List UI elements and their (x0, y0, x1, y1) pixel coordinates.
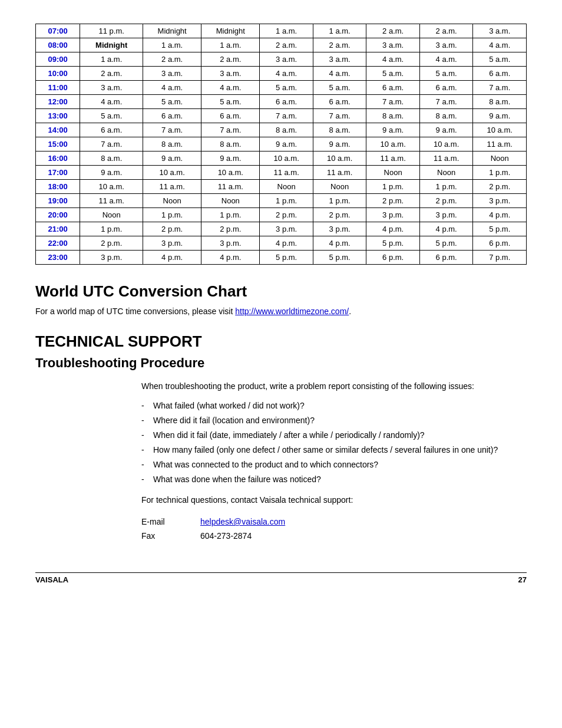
data-cell: Midnight (80, 38, 143, 52)
data-cell: Midnight (201, 24, 260, 38)
page-footer: VAISALA 27 (35, 572, 527, 584)
utc-desc-post: . (349, 307, 351, 316)
data-cell: 5 a.m. (473, 52, 527, 67)
data-cell: 11 a.m. (313, 166, 366, 180)
data-cell: 10 a.m. (143, 166, 201, 180)
data-cell: 3 p.m. (143, 236, 201, 251)
data-cell: 3 p.m. (419, 208, 473, 222)
data-cell: 1 p.m. (366, 180, 420, 194)
data-cell: 2 p.m. (201, 222, 260, 236)
data-cell: Noon (260, 180, 313, 194)
data-cell: 3 a.m. (473, 24, 527, 38)
data-cell: 9 a.m. (419, 123, 473, 137)
email-link[interactable]: helpdesk@vaisala.com (200, 517, 285, 526)
data-cell: 3 a.m. (201, 67, 260, 81)
data-cell: 10 a.m. (366, 137, 420, 151)
data-cell: 11 p.m. (80, 24, 143, 38)
data-cell: 3 a.m. (313, 52, 366, 67)
utc-link[interactable]: http://www.worldtimezone.com/ (235, 307, 349, 316)
utc-conversion-table: 07:0011 p.m.MidnightMidnight1 a.m.1 a.m.… (35, 24, 527, 265)
trouble-bullets: What failed (what worked / did not work)… (141, 400, 515, 486)
data-cell: 3 p.m. (80, 251, 143, 265)
utc-time-cell: 19:00 (36, 194, 80, 208)
data-cell: 7 a.m. (313, 109, 366, 123)
data-cell: 1 p.m. (143, 208, 201, 222)
data-cell: 6 a.m. (313, 95, 366, 109)
data-cell: 1 a.m. (260, 24, 313, 38)
data-cell: Noon (473, 151, 527, 166)
data-cell: 9 a.m. (313, 137, 366, 151)
data-cell: 1 a.m. (201, 38, 260, 52)
data-cell: 6 a.m. (419, 81, 473, 95)
data-cell: 5 a.m. (80, 109, 143, 123)
utc-time-cell: 17:00 (36, 166, 80, 180)
data-cell: 4 p.m. (366, 222, 420, 236)
data-cell: 1 a.m. (313, 24, 366, 38)
fax-label: Fax (141, 529, 200, 543)
data-cell: 3 p.m. (313, 222, 366, 236)
data-cell: 5 p.m. (313, 251, 366, 265)
data-cell: 11 a.m. (419, 151, 473, 166)
data-cell: 5 p.m. (473, 222, 527, 236)
data-cell: 5 p.m. (366, 236, 420, 251)
data-cell: 9 a.m. (260, 137, 313, 151)
data-cell: 9 a.m. (80, 166, 143, 180)
bullet-item: What failed (what worked / did not work)… (141, 400, 515, 412)
data-cell: 3 p.m. (201, 236, 260, 251)
data-cell: 10 a.m. (313, 151, 366, 166)
utc-time-cell: 08:00 (36, 38, 80, 52)
data-cell: 2 a.m. (419, 24, 473, 38)
utc-time-cell: 11:00 (36, 81, 80, 95)
data-cell: Noon (366, 166, 420, 180)
data-cell: 11 a.m. (473, 137, 527, 151)
data-cell: 5 a.m. (419, 67, 473, 81)
email-value: helpdesk@vaisala.com (200, 515, 295, 529)
data-cell: 8 a.m. (80, 151, 143, 166)
data-cell: 6 a.m. (473, 67, 527, 81)
tech-support-title: TECHNICAL SUPPORT (35, 332, 527, 351)
utc-time-cell: 22:00 (36, 236, 80, 251)
data-cell: 4 a.m. (419, 52, 473, 67)
data-cell: 7 p.m. (473, 251, 527, 265)
data-cell: 4 a.m. (201, 81, 260, 95)
data-cell: 2 p.m. (366, 194, 420, 208)
data-cell: 1 p.m. (473, 166, 527, 180)
data-cell: 4 p.m. (201, 251, 260, 265)
data-cell: 4 a.m. (473, 38, 527, 52)
trouble-intro: When troubleshooting the product, write … (141, 380, 515, 393)
data-cell: 4 a.m. (143, 81, 201, 95)
data-cell: 8 a.m. (473, 95, 527, 109)
data-cell: 6 a.m. (80, 123, 143, 137)
data-cell: 2 p.m. (419, 194, 473, 208)
data-cell: 11 a.m. (80, 194, 143, 208)
data-cell: 5 a.m. (260, 81, 313, 95)
data-cell: 5 a.m. (143, 95, 201, 109)
data-cell: 4 p.m. (260, 236, 313, 251)
data-cell: Noon (143, 194, 201, 208)
data-cell: 3 a.m. (143, 67, 201, 81)
data-cell: 1 p.m. (80, 222, 143, 236)
data-cell: Noon (419, 166, 473, 180)
data-cell: 6 p.m. (366, 251, 420, 265)
data-cell: 2 p.m. (80, 236, 143, 251)
data-cell: 8 a.m. (201, 137, 260, 151)
data-cell: 4 p.m. (313, 236, 366, 251)
data-cell: 6 a.m. (260, 95, 313, 109)
data-cell: 1 a.m. (143, 38, 201, 52)
data-cell: 10 a.m. (80, 180, 143, 194)
data-cell: 7 a.m. (260, 109, 313, 123)
data-cell: 4 p.m. (419, 222, 473, 236)
contact-intro: For technical questions, contact Vaisala… (141, 494, 515, 506)
data-cell: Noon (80, 208, 143, 222)
utc-section-desc: For a world map of UTC time conversions,… (35, 307, 527, 316)
utc-time-cell: 20:00 (36, 208, 80, 222)
data-cell: 2 a.m. (313, 38, 366, 52)
utc-desc-pre: For a world map of UTC time conversions,… (35, 307, 235, 316)
data-cell: 10 a.m. (260, 151, 313, 166)
data-cell: 5 p.m. (260, 251, 313, 265)
data-cell: 2 p.m. (260, 208, 313, 222)
utc-time-cell: 15:00 (36, 137, 80, 151)
data-cell: 3 a.m. (366, 38, 420, 52)
data-cell: 5 a.m. (313, 81, 366, 95)
data-cell: 3 p.m. (473, 194, 527, 208)
